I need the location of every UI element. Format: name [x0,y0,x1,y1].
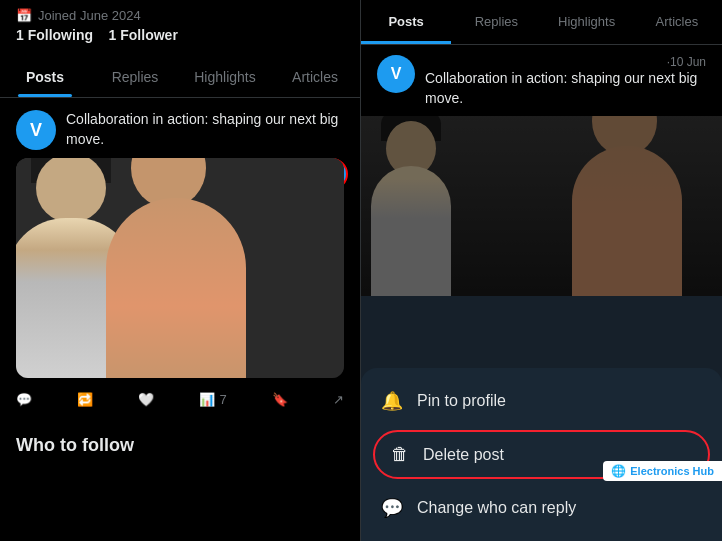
share-icon: ↗ [333,392,344,407]
right-panel: Posts Replies Highlights Articles V ·10 … [361,0,722,541]
pin-icon: 🔔 [381,390,403,412]
change-who-item[interactable]: 💬 Change who can reply [361,483,722,533]
tab-posts-right[interactable]: Posts [361,0,451,44]
share-action[interactable]: ↗ [333,392,344,407]
watermark-globe-icon: 🌐 [611,464,626,478]
avatar: V [16,110,56,150]
right-tabs: Posts Replies Highlights Articles [361,0,722,45]
profile-info: 📅 Joined June 2024 1 Following 1 Followe… [0,0,360,43]
meeting-scene [16,158,344,378]
following-info: 1 Following 1 Follower [16,27,344,43]
pin-label: Pin to profile [417,392,506,410]
left-tabs: Posts Replies Highlights Articles [0,55,360,98]
calendar-icon: 📅 [16,8,32,23]
change-who-icon: 💬 [381,497,403,519]
following-count: 1 [16,27,24,43]
tab-articles-left[interactable]: Articles [270,55,360,97]
pin-to-profile-item[interactable]: 🔔 Pin to profile [361,376,722,426]
person-center [96,158,256,378]
post-image [16,158,344,378]
right-post-header: V ·10 Jun Collaboration in action: shapi… [361,45,722,116]
context-menu: 🔔 Pin to profile 🗑 Delete post 💬 Change … [361,368,722,541]
follower-label: Follower [120,27,178,43]
views-icon: 📊 [199,392,215,407]
like-icon: 🤍 [138,392,154,407]
like-action[interactable]: 🤍 [138,392,154,407]
tab-highlights-left[interactable]: Highlights [180,55,270,97]
delete-icon: 🗑 [391,444,409,465]
tab-replies-left[interactable]: Replies [90,55,180,97]
post-text: Collaboration in action: shaping our nex… [66,110,344,149]
joined-date: Joined June 2024 [38,8,141,23]
views-action[interactable]: 📊 7 [199,392,226,407]
comment-action[interactable]: 💬 [16,392,32,407]
right-post-content: ·10 Jun Collaboration in action: shaping… [425,55,706,108]
delete-label: Delete post [423,446,504,464]
bookmark-action[interactable]: 🔖 [272,392,288,407]
tab-highlights-right[interactable]: Highlights [542,0,632,44]
tab-articles-right[interactable]: Articles [632,0,722,44]
retweet-action[interactable]: 🔁 [77,392,93,407]
post-header: V Collaboration in action: shaping our n… [16,110,344,150]
post-area: V Collaboration in action: shaping our n… [0,98,360,423]
left-panel: 📅 Joined June 2024 1 Following 1 Followe… [0,0,361,541]
profile-meta: 📅 Joined June 2024 [16,8,344,23]
following-label: Following [28,27,93,43]
watermark-brand: Electronics Hub [630,465,714,477]
right-post-image [361,116,722,296]
bookmark-icon: 🔖 [272,392,288,407]
post-actions: 💬 🔁 🤍 📊 7 🔖 ↗ [16,388,344,411]
follower-count: 1 [109,27,117,43]
tab-posts-left[interactable]: Posts [0,55,90,97]
right-post-date: ·10 Jun [425,55,706,69]
pc-body [106,198,246,378]
watermark: 🌐 Electronics Hub [603,461,722,481]
right-avatar: V [377,55,415,93]
tab-replies-right[interactable]: Replies [451,0,541,44]
retweet-icon: 🔁 [77,392,93,407]
who-to-follow-heading: Who to follow [0,423,360,456]
views-count: 7 [219,392,226,407]
dim-overlay [361,116,722,296]
comment-icon: 💬 [16,392,32,407]
right-post-text: Collaboration in action: shaping our nex… [425,69,706,108]
change-who-label: Change who can reply [417,499,576,517]
